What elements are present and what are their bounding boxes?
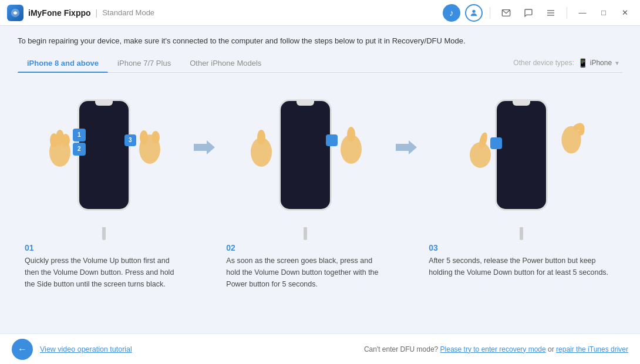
side-button-indicator: 3: [124, 134, 136, 146]
left-hand-3-icon: [466, 129, 495, 170]
step-1-wrapper: 1 2 3 01: [18, 85, 219, 296]
tab-iphone77[interactable]: iPhone 7/7 Plus: [108, 54, 180, 72]
app-logo: [7, 5, 23, 21]
back-arrow-icon: ←: [18, 344, 27, 355]
music-icon: ♪: [449, 8, 454, 18]
steps-container: 1 2 3 01: [18, 79, 622, 334]
tabs-row: iPhone 8 and above iPhone 7/7 Plus Other…: [18, 54, 622, 73]
user-icon-btn[interactable]: [465, 4, 483, 22]
instruction-text: To begin repairing your device, make sur…: [18, 36, 466, 45]
tab-other-iphone[interactable]: Other iPhone Models: [180, 54, 271, 72]
phone-cable-1: [102, 227, 106, 240]
step-1-text: 01 Quickly press the Volume Up button fi…: [18, 237, 190, 296]
phone-notch-3: [513, 101, 530, 106]
divider-2: [567, 7, 567, 19]
phone-body-3: [495, 99, 548, 211]
app-mode: Standard Mode: [102, 8, 154, 17]
step-3-image: [483, 85, 560, 237]
step-1-image: 1 2 3: [66, 85, 142, 237]
other-device-value: iPhone: [590, 59, 612, 67]
minimize-button[interactable]: —: [574, 5, 591, 21]
svg-point-15: [257, 130, 265, 145]
chat-icon-btn[interactable]: [520, 4, 537, 22]
step-3-wrapper: 03 After 5 seconds, release the Power bu…: [421, 85, 622, 284]
instruction-banner: To begin repairing your device, make sur…: [18, 26, 622, 54]
dfu-question-text: Can't enter DFU mode?: [364, 345, 438, 353]
phone-notch-2: [297, 101, 314, 106]
footer: ← View video operation tutorial Can't en…: [0, 333, 640, 364]
step-1-number: 01: [25, 243, 183, 252]
power-button-indicator: [326, 134, 338, 146]
other-device-label: Other device types:: [513, 59, 574, 67]
phone-notch-1: [95, 101, 113, 106]
step-2-image: [267, 85, 343, 237]
svg-point-17: [347, 127, 355, 142]
mail-icon-btn[interactable]: [497, 4, 515, 22]
tab-iphone8[interactable]: iPhone 8 and above: [18, 54, 108, 72]
step-2-wrapper: 02 As soon as the screen goes black, pre…: [219, 85, 420, 296]
divider-1: [490, 7, 490, 19]
titlebar-actions: ♪ — □ ✕: [443, 4, 633, 22]
right-hand-3-icon: [557, 117, 586, 158]
back-button[interactable]: ←: [12, 339, 33, 360]
step-2-number: 02: [226, 243, 384, 252]
user-icon: [469, 8, 479, 18]
other-device-dropdown[interactable]: 📱 iPhone ▼: [578, 58, 620, 68]
arrow-2: [392, 85, 421, 154]
itunes-driver-link[interactable]: repair the iTunes driver: [556, 345, 628, 353]
tutorial-link[interactable]: View video operation tutorial: [40, 345, 132, 353]
step-3-desc: After 5 seconds, release the Power butto…: [429, 255, 614, 278]
menu-icon-btn[interactable]: [542, 4, 560, 22]
svg-point-1: [472, 9, 475, 12]
arrow-right-icon-2: [396, 140, 417, 154]
svg-point-12: [151, 131, 160, 144]
close-button[interactable]: ✕: [617, 5, 633, 21]
left-hand-icon: [45, 129, 75, 170]
arrow-right-icon-1: [194, 140, 215, 154]
step-3-number: 03: [429, 243, 614, 252]
mail-icon: [501, 8, 511, 18]
step-2-col: 02 As soon as the screen goes black, pre…: [219, 85, 391, 296]
footer-or-text: or: [548, 345, 556, 353]
svg-marker-13: [194, 140, 215, 154]
phone-body-2: [279, 99, 332, 211]
right-hand-icon: [135, 126, 164, 167]
left-hand-2-icon: [247, 129, 276, 170]
step-2-desc: As soon as the screen goes black, press …: [226, 255, 384, 290]
chat-icon: [524, 8, 533, 18]
step-3-col: 03 After 5 seconds, release the Power bu…: [421, 85, 622, 284]
other-device-selector[interactable]: Other device types: 📱 iPhone ▼: [513, 58, 622, 68]
titlebar: iMyFone Fixppo | Standard Mode ♪: [0, 0, 640, 26]
maximize-button[interactable]: □: [595, 5, 612, 21]
step-1-desc: Quickly press the Volume Up button first…: [25, 255, 183, 290]
svg-marker-18: [396, 140, 417, 154]
step-3-text: 03 After 5 seconds, release the Power bu…: [422, 237, 621, 284]
title-separator: |: [96, 8, 98, 18]
vol-down-hold-indicator: [490, 137, 502, 149]
phone-cable-2: [304, 227, 307, 240]
volume-down-indicator: 2: [73, 143, 86, 156]
svg-point-21: [562, 126, 581, 153]
phone-cable-3: [520, 227, 523, 240]
app-title: iMyFone Fixppo: [28, 8, 91, 18]
chevron-down-icon: ▼: [614, 60, 620, 66]
recovery-mode-link[interactable]: Please try to enter recovery mode: [440, 345, 546, 353]
step-3-phone: [483, 93, 560, 228]
menu-icon: [546, 8, 555, 18]
right-hand-2-icon: [336, 126, 366, 167]
phone-body-1: [78, 99, 130, 211]
svg-point-9: [62, 134, 70, 147]
step-2-text: 02 As soon as the screen goes black, pre…: [219, 237, 391, 296]
volume-up-indicator: 1: [73, 129, 86, 141]
phone-icon: 📱: [578, 58, 588, 68]
music-icon-btn[interactable]: ♪: [443, 4, 460, 22]
step-2-phone: [267, 93, 343, 228]
arrow-1: [190, 85, 219, 154]
footer-right: Can't enter DFU mode? Please try to ente…: [364, 345, 628, 353]
main-content: To begin repairing your device, make sur…: [0, 26, 640, 333]
svg-point-11: [140, 130, 148, 144]
step-1-phone: 1 2 3: [66, 93, 142, 228]
step-1-col: 1 2 3 01: [18, 85, 190, 296]
